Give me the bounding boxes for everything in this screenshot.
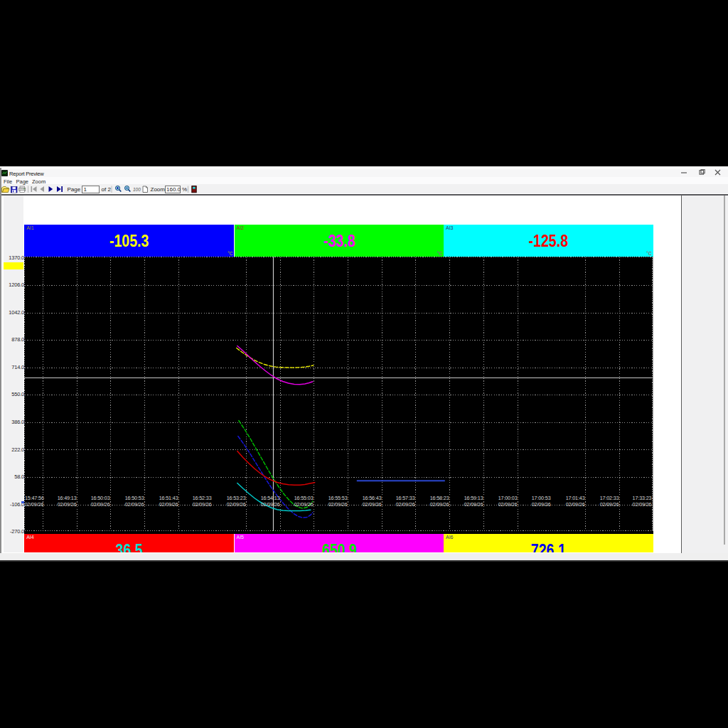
svg-text:02/09/26: 02/09/26 [430,500,449,507]
svg-text:16:56:43: 16:56:43 [363,494,382,500]
svg-text:02/09/26: 02/09/26 [363,500,382,507]
svg-text:16:50:53: 16:50:53 [125,494,144,500]
svg-text:02/09/26: 02/09/26 [159,500,178,507]
svg-text:02/09/26: 02/09/26 [328,500,348,507]
svg-text:17:00:03: 17:00:03 [498,494,518,500]
svg-text:02/09/26: 02/09/26 [261,500,280,507]
svg-text:16:50:03: 16:50:03 [91,494,110,500]
svg-text:02/09/26: 02/09/26 [294,500,314,507]
svg-text:16:54:13: 16:54:13 [261,494,280,500]
svg-text:02/09/26: 02/09/26 [566,500,585,507]
svg-text:17:02:33: 17:02:33 [600,494,619,500]
svg-text:15:47:56: 15:47:56 [25,494,44,500]
svg-text:17:01:43: 17:01:43 [566,494,585,500]
svg-text:02/09/26: 02/09/26 [464,500,483,507]
svg-text:02/09/26: 02/09/26 [396,500,415,507]
svg-text:02/09/26: 02/09/26 [227,500,246,507]
svg-text:16:58:23: 16:58:23 [430,494,449,500]
svg-text:100: 100 [133,187,141,192]
svg-text:17:00:53: 17:00:53 [532,494,551,500]
svg-text:16:55:03: 16:55:03 [294,494,314,500]
svg-text:16:52:33: 16:52:33 [193,494,212,500]
svg-text:02/09/26: 02/09/26 [498,500,518,507]
svg-text:02/09/26: 02/09/26 [125,500,144,507]
svg-text:16:53:23: 16:53:23 [227,494,246,500]
svg-text:16:55:53: 16:55:53 [328,494,348,500]
svg-text:16:51:43: 16:51:43 [159,494,178,500]
svg-text:17:33:23: 17:33:23 [633,494,652,500]
svg-text:02/09/26: 02/09/26 [600,500,619,507]
svg-text:16:57:33: 16:57:33 [396,494,415,500]
svg-text:02/09/26: 02/09/26 [91,500,110,507]
svg-text:02/09/26: 02/09/26 [633,500,652,507]
svg-text:16:49:13: 16:49:13 [58,494,77,500]
svg-text:02/09/26: 02/09/26 [25,500,44,507]
svg-text:02/09/26: 02/09/26 [532,500,551,507]
svg-text:02/09/26: 02/09/26 [58,500,77,507]
svg-text:16:59:13: 16:59:13 [464,494,483,500]
svg-text:02/09/26: 02/09/26 [193,500,212,507]
